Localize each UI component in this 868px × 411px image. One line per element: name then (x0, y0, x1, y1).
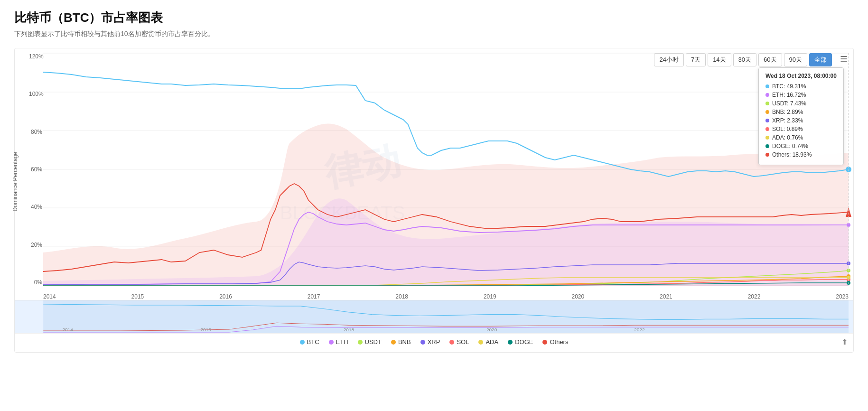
page-subtitle: 下列图表显示了比特币相较与其他前10名加密货币的市占率百分比。 (14, 30, 854, 38)
legend-dot-sol (449, 340, 454, 345)
time-btn-all[interactable]: 全部 (809, 53, 832, 66)
legend-dot-eth (329, 340, 334, 345)
tooltip-row-sol: SOL: 0.89% (765, 126, 837, 132)
time-btn-60d[interactable]: 60天 (758, 53, 782, 66)
legend-dot-btc (300, 340, 305, 345)
main-chart-area: Dominance Percentage 0% 20% 40% 60% 80% … (15, 53, 853, 300)
legend-item-ada[interactable]: ADA (478, 338, 498, 346)
tooltip-dot-bnb (765, 110, 769, 114)
svg-text:2020: 2020 (486, 327, 497, 332)
page-title: 比特币（BTC）市占率图表 (14, 9, 854, 26)
tooltip-row-ada: ADA: 0.76% (765, 134, 837, 141)
minimap-svg: 2014 2016 2018 2020 2022 (15, 300, 853, 333)
legend-item-others[interactable]: Others (542, 338, 568, 346)
legend-dot-bnb (391, 340, 396, 345)
tooltip-row-others: Others: 18.93% (765, 151, 837, 158)
tooltip-row-eth: ETH: 16.72% (765, 92, 837, 98)
time-btn-7d[interactable]: 7天 (686, 53, 706, 66)
tooltip-dot-others (765, 153, 769, 157)
tooltip-dot-doge (765, 144, 769, 148)
tooltip-dot-usdt (765, 102, 769, 105)
time-btn-90d[interactable]: 90天 (784, 53, 807, 66)
svg-text:2014: 2014 (62, 327, 73, 332)
legend-item-sol[interactable]: SOL (449, 338, 469, 346)
tooltip-row-btc: BTC: 49.31% (765, 83, 837, 90)
legend-dot-xrp (420, 340, 425, 345)
time-btn-24h[interactable]: 24小时 (654, 53, 683, 66)
legend-item-eth[interactable]: ETH (329, 338, 348, 346)
svg-text:2016: 2016 (201, 327, 212, 332)
svg-rect-21 (43, 300, 849, 333)
chart-svg-wrapper: 律动 BLOCKBEATS (43, 53, 849, 286)
chart-container: 24小时 7天 14天 30天 60天 90天 全部 ☰ Dominance P… (14, 48, 854, 353)
scroll-to-top-icon[interactable]: ⬆ (841, 337, 848, 346)
legend-dot-usdt (358, 340, 363, 345)
chart-svg: 律动 BLOCKBEATS (43, 53, 849, 286)
y-axis-label: Dominance Percentage (12, 152, 19, 211)
svg-text:2022: 2022 (634, 327, 645, 332)
tooltip-row-xrp: XRP: 2.33% (765, 117, 837, 124)
tooltip-title: Wed 18 Oct 2023, 08:00:00 (765, 73, 837, 79)
tooltip-dot-sol (765, 127, 769, 131)
legend-item-btc[interactable]: BTC (300, 338, 319, 346)
legend-dot-ada (478, 340, 483, 345)
chart-legend: BTC ETH USDT BNB XRP SOL ADA DOGE (15, 333, 853, 352)
legend-item-usdt[interactable]: USDT (358, 338, 382, 346)
tooltip-row-usdt: USDT: 7.43% (765, 100, 837, 107)
tooltip-row-bnb: BNB: 2.89% (765, 109, 837, 115)
legend-item-xrp[interactable]: XRP (420, 338, 440, 346)
legend-dot-doge (508, 340, 513, 345)
minimap[interactable]: 2014 2016 2018 2020 2022 (15, 300, 853, 333)
chart-tooltip: Wed 18 Oct 2023, 08:00:00 BTC: 49.31% ET… (758, 67, 844, 165)
tooltip-dot-eth (765, 93, 769, 97)
tooltip-dot-ada (765, 136, 769, 140)
menu-icon[interactable]: ☰ (840, 54, 848, 65)
legend-item-doge[interactable]: DOGE (508, 338, 533, 346)
y-axis-ticks: 0% 20% 40% 60% 80% 100% 120% (29, 53, 42, 286)
time-button-group: 24小时 7天 14天 30天 60天 90天 全部 (654, 53, 832, 66)
svg-text:2018: 2018 (344, 327, 355, 332)
legend-dot-others (542, 340, 547, 345)
tooltip-dot-btc (765, 84, 769, 88)
legend-item-bnb[interactable]: BNB (391, 338, 411, 346)
time-btn-30d[interactable]: 30天 (733, 53, 756, 66)
time-btn-14d[interactable]: 14天 (708, 53, 731, 66)
tooltip-dot-xrp (765, 119, 769, 122)
x-axis-labels: 2014 2015 2016 2017 2018 2019 2020 2021 … (43, 293, 849, 300)
tooltip-row-doge: DOGE: 0.74% (765, 143, 837, 149)
